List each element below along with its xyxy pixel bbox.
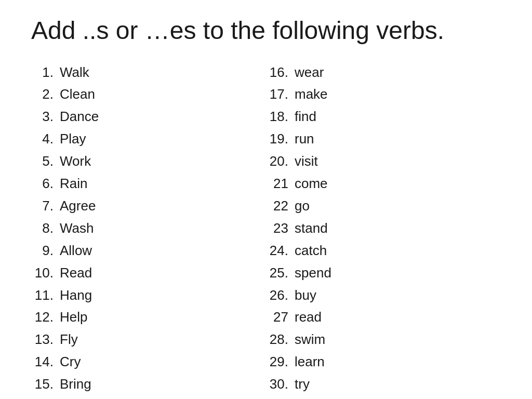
- item-number: 24.: [266, 240, 295, 262]
- item-word: Bring: [60, 373, 266, 395]
- item-word: Play: [60, 128, 266, 150]
- list-item: 8. Wash: [31, 217, 266, 240]
- item-number: 3.: [31, 105, 60, 128]
- list-item: 17. make: [266, 83, 501, 105]
- list-item: 10. Read: [31, 262, 266, 284]
- list-item: 7. Agree: [31, 195, 266, 217]
- item-number: 4.: [31, 128, 60, 150]
- list-item: 18. find: [266, 105, 501, 128]
- item-number: 20.: [266, 150, 295, 172]
- list-item: 4. Play: [31, 128, 266, 150]
- item-word: run: [295, 128, 501, 150]
- item-number: 22: [266, 195, 295, 217]
- item-word: catch: [295, 240, 501, 262]
- item-number: 21: [266, 172, 295, 195]
- item-word: Allow: [60, 240, 266, 262]
- list-item: 14. Cry: [31, 351, 266, 373]
- item-number: 12.: [31, 306, 60, 328]
- item-word: Help: [60, 306, 266, 328]
- item-word: swim: [295, 328, 501, 351]
- item-number: 15.: [31, 373, 60, 395]
- list-item: 16. wear: [266, 61, 501, 84]
- item-word: try: [295, 373, 501, 395]
- list-item: 23 stand: [266, 217, 501, 240]
- item-number: 10.: [31, 262, 60, 284]
- item-number: 6.: [31, 172, 60, 195]
- list-item: 20. visit: [266, 150, 501, 172]
- list-item: 26. buy: [266, 284, 501, 307]
- item-word: Agree: [60, 195, 266, 217]
- item-number: 5.: [31, 150, 60, 172]
- item-word: wear: [295, 61, 501, 84]
- item-word: go: [295, 195, 501, 217]
- item-number: 16.: [266, 61, 295, 84]
- item-number: 26.: [266, 284, 295, 307]
- item-word: Clean: [60, 83, 266, 105]
- item-number: 13.: [31, 328, 60, 351]
- item-number: 8.: [31, 217, 60, 240]
- item-word: Cry: [60, 351, 266, 373]
- list-item: 30. try: [266, 373, 501, 395]
- item-number: 14.: [31, 351, 60, 373]
- list-item: 25. spend: [266, 262, 501, 284]
- item-word: visit: [295, 150, 501, 172]
- item-number: 7.: [31, 195, 60, 217]
- list-item: 1. Walk: [31, 61, 266, 84]
- item-number: 19.: [266, 128, 295, 150]
- item-word: Read: [60, 262, 266, 284]
- item-number: 27: [266, 306, 295, 328]
- list-item: 24. catch: [266, 240, 501, 262]
- item-word: Rain: [60, 172, 266, 195]
- list-item: 15. Bring: [31, 373, 266, 395]
- item-word: learn: [295, 351, 501, 373]
- item-number: 30.: [266, 373, 295, 395]
- list-item: 22 go: [266, 195, 501, 217]
- item-word: make: [295, 83, 501, 105]
- list-item: 11. Hang: [31, 284, 266, 307]
- item-number: 1.: [31, 61, 60, 84]
- item-number: 18.: [266, 105, 295, 128]
- page-title: Add ..s or …es to the following verbs.: [31, 16, 501, 46]
- item-number: 28.: [266, 328, 295, 351]
- item-number: 17.: [266, 83, 295, 105]
- item-number: 9.: [31, 240, 60, 262]
- list-item: 29. learn: [266, 351, 501, 373]
- list-item: 28. swim: [266, 328, 501, 351]
- item-word: buy: [295, 284, 501, 307]
- list-item: 2. Clean: [31, 83, 266, 105]
- right-column: 16. wear 17. make 18. find 19. run 20. v…: [266, 61, 501, 395]
- item-number: 29.: [266, 351, 295, 373]
- item-word: Wash: [60, 217, 266, 240]
- item-word: find: [295, 105, 501, 128]
- list-item: 19. run: [266, 128, 501, 150]
- left-column: 1. Walk 2. Clean 3. Dance 4. Play 5. Wor…: [31, 61, 266, 395]
- item-number: 11.: [31, 284, 60, 307]
- item-number: 25.: [266, 262, 295, 284]
- item-word: Dance: [60, 105, 266, 128]
- list-item: 3. Dance: [31, 105, 266, 128]
- item-word: Fly: [60, 328, 266, 351]
- item-word: read: [295, 306, 501, 328]
- list-item: 12. Help: [31, 306, 266, 328]
- item-word: stand: [295, 217, 501, 240]
- item-word: Hang: [60, 284, 266, 307]
- list-item: 27 read: [266, 306, 501, 328]
- list-item: 21 come: [266, 172, 501, 195]
- item-number: 2.: [31, 83, 60, 105]
- item-word: come: [295, 172, 501, 195]
- item-word: Walk: [60, 61, 266, 84]
- list-item: 5. Work: [31, 150, 266, 172]
- list-item: 9. Allow: [31, 240, 266, 262]
- list-item: 6. Rain: [31, 172, 266, 195]
- verb-list-container: 1. Walk 2. Clean 3. Dance 4. Play 5. Wor…: [31, 61, 501, 395]
- list-item: 13. Fly: [31, 328, 266, 351]
- item-word: Work: [60, 150, 266, 172]
- item-word: spend: [295, 262, 501, 284]
- item-number: 23: [266, 217, 295, 240]
